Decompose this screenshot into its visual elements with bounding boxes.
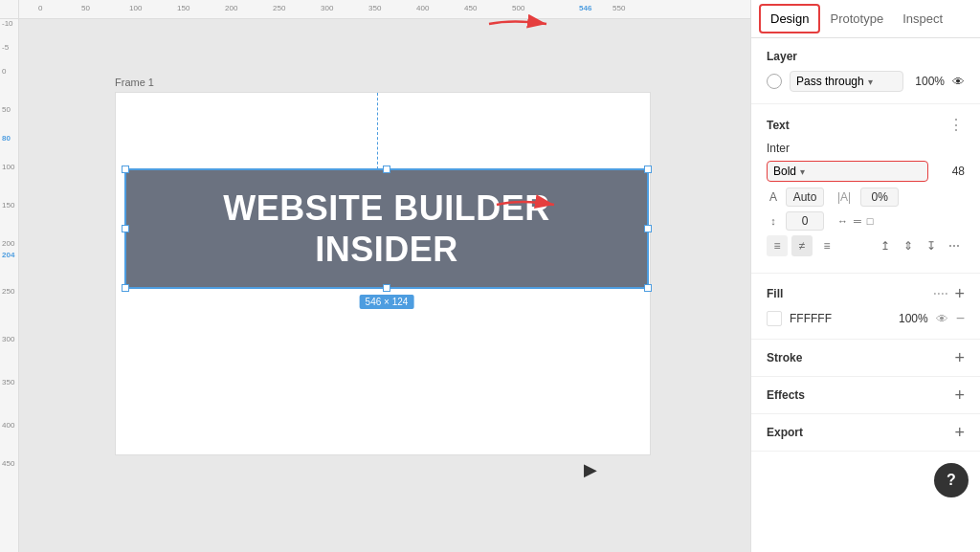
line-height-icon: A (767, 190, 780, 204)
ruler-vmark-100: 100 (2, 163, 14, 171)
ruler-mark-350: 350 (368, 4, 381, 12)
ruler-vmark-80: 80 (2, 134, 11, 143)
handle-tm[interactable] (383, 166, 390, 173)
ruler-vmark-neg5: -5 (2, 43, 9, 52)
handle-bm[interactable] (383, 284, 390, 292)
text-box-icon: □ (867, 215, 874, 227)
layer-row: Pass through ▾ 100% 👁 (767, 71, 965, 92)
ruler-vmark-350: 350 (2, 378, 14, 386)
center-line (377, 93, 378, 169)
text-align-row: ≡ ≠ ≡ ↥ ⇕ ↧ ⋯ (767, 235, 965, 256)
cursor-icon: ▶ (584, 459, 597, 480)
fill-row: FFFFFF 100% 👁 − (767, 310, 965, 327)
ruler-mark-250: 250 (273, 4, 285, 12)
ruler-mark-500: 500 (512, 4, 524, 12)
ruler-corner (0, 0, 19, 19)
ruler-vmark-450: 450 (2, 459, 14, 468)
export-section-title: Export (767, 426, 803, 439)
layer-visibility-icon[interactable]: 👁 (952, 75, 965, 89)
frame-container: Frame 1 (115, 77, 651, 455)
text-section: Text ⋮ Inter Bold ▾ 48 A Auto |A| 0% ↕ 0… (751, 104, 980, 274)
fill-color-hex: FFFFFF (790, 312, 887, 325)
line-height-value: Auto (786, 188, 824, 207)
ruler-mark-200: 200 (225, 4, 237, 12)
align-right-btn[interactable]: ≡ (816, 235, 837, 256)
fill-section-header: Fill ⋅⋅⋅⋅ + (767, 285, 965, 302)
export-add-btn[interactable]: + (954, 424, 965, 441)
ruler-mark-100: 100 (129, 4, 142, 12)
stroke-section-title: Stroke (767, 351, 802, 364)
handle-br[interactable] (644, 284, 652, 292)
layer-section: Layer Pass through ▾ 100% 👁 (751, 38, 980, 104)
effects-add-btn[interactable]: + (954, 386, 965, 404)
ruler-vmark-300: 300 (2, 335, 14, 343)
align-center-btn[interactable]: ≠ (791, 235, 813, 256)
blend-mode-dropdown[interactable]: Pass through ▾ (790, 71, 903, 92)
tab-inspect[interactable]: Inspect (893, 6, 952, 32)
text-element[interactable]: WEBSITE BUILDER INSIDER 546 × 124 (125, 169, 648, 288)
text-section-menu-icon[interactable]: ⋮ (948, 116, 965, 134)
ruler-top: 0 50 100 150 200 250 300 350 400 450 500… (19, 0, 750, 19)
text-line2: INSIDER (223, 229, 550, 270)
blend-chevron-icon: ▾ (868, 77, 873, 87)
fill-remove-btn[interactable]: − (956, 310, 965, 327)
blend-mode-label: Pass through (796, 75, 864, 88)
valign-middle-btn[interactable]: ⇕ (898, 235, 919, 256)
text-more-btn[interactable]: ⋯ (944, 235, 965, 256)
text-section-header: Text ⋮ (767, 116, 965, 134)
valign-top-btn[interactable]: ↥ (875, 235, 896, 256)
effects-section: Effects + (751, 377, 980, 414)
stroke-add-btn[interactable]: + (954, 349, 965, 366)
font-size-value: 48 (936, 165, 965, 178)
ruler-mark-550: 550 (612, 4, 625, 12)
layer-section-header: Layer (767, 50, 965, 63)
ruler-mark-400: 400 (416, 4, 429, 12)
layer-section-title: Layer (767, 50, 797, 63)
stroke-section: Stroke + (751, 340, 980, 377)
ruler-vmark-250: 250 (2, 287, 14, 296)
fill-section-title: Fill (767, 287, 783, 300)
ruler-vmark-50: 50 (2, 105, 11, 114)
font-weight-chevron-icon: ▾ (800, 166, 805, 177)
right-panel: Design Prototype Inspect Layer Pass thro… (750, 0, 980, 552)
effects-section-title: Effects (767, 388, 805, 402)
frame-box[interactable]: WEBSITE BUILDER INSIDER 546 × 124 (115, 92, 651, 455)
font-style-row: Bold ▾ 48 (767, 161, 965, 182)
ruler-mark-546: 546 (579, 4, 591, 12)
fill-section: Fill ⋅⋅⋅⋅ + FFFFFF 100% 👁 − (751, 274, 980, 340)
tab-design[interactable]: Design (759, 4, 820, 33)
layer-type-icon (767, 74, 782, 89)
align-left-btn[interactable]: ≡ (767, 235, 788, 256)
paragraph-spacing-value: 0 (786, 211, 824, 231)
paragraph-icon: ↕ (767, 215, 780, 227)
ruler-vmark-204: 204 (2, 251, 14, 259)
canvas-text: WEBSITE BUILDER INSIDER (223, 188, 550, 270)
text-line1: WEBSITE BUILDER (223, 188, 550, 229)
fill-add-btn[interactable]: + (954, 285, 965, 302)
text-align-horiz-icon: ↔ (837, 215, 848, 227)
canvas-area: 0 50 100 150 200 250 300 350 400 450 500… (0, 0, 750, 552)
font-family-label: Inter (767, 142, 965, 155)
help-button[interactable]: ? (934, 463, 969, 497)
handle-tl[interactable] (122, 166, 129, 173)
fill-color-swatch[interactable] (767, 311, 782, 326)
dimension-label: 546 × 124 (360, 295, 414, 309)
handle-lm[interactable] (122, 225, 129, 232)
handle-rm[interactable] (644, 225, 652, 232)
text-paragraph-row: ↕ 0 ↔ ═ □ (767, 211, 965, 231)
tabs-bar: Design Prototype Inspect (751, 0, 980, 38)
ruler-mark-50: 50 (81, 4, 90, 12)
help-area: ? (751, 452, 980, 509)
valign-bottom-btn[interactable]: ↧ (921, 235, 942, 256)
handle-tr[interactable] (644, 166, 652, 173)
tab-prototype[interactable]: Prototype (820, 6, 893, 32)
letter-spacing-value: 0% (860, 188, 899, 207)
fill-section-grid-icon[interactable]: ⋅⋅⋅⋅ (933, 287, 948, 300)
ruler-vmark-neg10: -10 (2, 19, 13, 28)
fill-visibility-icon[interactable]: 👁 (936, 312, 948, 326)
font-weight-dropdown[interactable]: Bold ▾ (767, 161, 928, 182)
ruler-vmark-400: 400 (2, 421, 14, 430)
frame-label: Frame 1 (115, 77, 651, 88)
text-align-center-h-icon: ═ (854, 215, 861, 227)
handle-bl[interactable] (122, 284, 129, 292)
